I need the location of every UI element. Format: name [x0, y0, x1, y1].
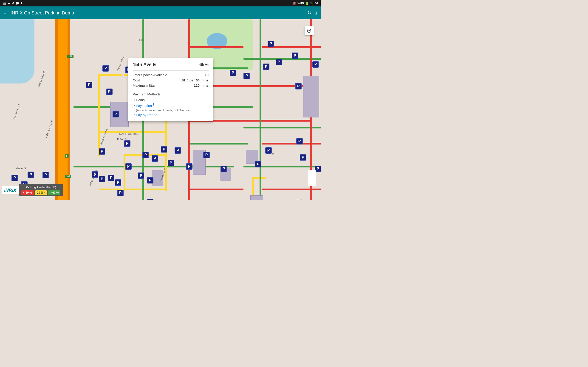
popup-maxstay-row: Maximum Stay 120 mins — [133, 83, 208, 87]
building-5 — [193, 161, 206, 175]
parking-marker-11[interactable]: P — [168, 160, 174, 166]
parking-marker-24[interactable]: P — [203, 152, 210, 158]
parking-marker-6[interactable]: P — [124, 140, 130, 147]
street-label-harvard: Harvard Ave E — [116, 55, 124, 72]
refresh-button[interactable]: ↻ — [307, 10, 311, 16]
parking-marker-8[interactable]: P — [142, 152, 149, 158]
parking-marker-9[interactable]: P — [152, 155, 158, 162]
parking-marker-44[interactable]: P — [230, 70, 236, 76]
gmail-icon: M — [11, 2, 14, 5]
building-8 — [250, 195, 263, 200]
zoom-controls: + − — [308, 170, 316, 186]
inrix-logo: INRIX — [2, 186, 19, 194]
road-yellow-h3 — [99, 131, 165, 133]
popup-maxstay-label: Maximum Stay — [133, 83, 156, 87]
parking-marker-35[interactable]: P — [296, 138, 303, 144]
app-title: INRIX On Street Parking Demo — [10, 10, 307, 16]
popup-cost-label: Cost — [133, 78, 140, 82]
parking-marker-5[interactable]: P — [112, 111, 119, 117]
zoom-out-button[interactable]: − — [308, 178, 316, 186]
wifi-icon: WiFi — [297, 2, 304, 5]
legend-box: Parking Availability (%) < 20 % 20 % - >… — [19, 184, 63, 196]
parking-marker-33[interactable]: P — [292, 52, 298, 59]
street-label-eastlake: Eastlake Ave E — [37, 71, 46, 88]
legend-item-green: > 60 % — [48, 190, 61, 195]
parking-marker-19[interactable]: P — [117, 190, 124, 196]
parking-marker-29[interactable]: P — [263, 64, 269, 70]
parking-marker-25[interactable]: P — [221, 166, 227, 172]
parking-marker-41[interactable]: P — [43, 172, 49, 178]
parking-marker-22[interactable]: P — [147, 177, 153, 184]
legend-item-red: < 20 % — [21, 190, 34, 195]
water-body — [0, 19, 35, 83]
parking-marker-10[interactable]: P — [161, 146, 167, 152]
parking-marker-23[interactable]: P — [147, 199, 153, 200]
parking-marker-26[interactable]: P — [243, 73, 250, 79]
parking-marker-2[interactable]: P — [103, 65, 109, 72]
popup-cost-value: $1.5 per 60 mins — [182, 78, 208, 82]
popup-cost-row: Cost $1.5 per 60 mins — [133, 78, 208, 82]
road-yellow-h1 — [99, 74, 122, 76]
parking-marker-15[interactable]: P — [92, 171, 98, 178]
parking-marker-3[interactable]: P — [106, 89, 112, 95]
legend: INRIX Parking Availability (%) < 20 % 20… — [2, 184, 63, 196]
parking-marker-20[interactable]: P — [125, 163, 132, 170]
popup-payment-phone[interactable]: • Pay by Phone — [133, 113, 208, 117]
road-red-1 — [188, 46, 243, 48]
parking-marker-21[interactable]: P — [138, 173, 144, 179]
parking-marker-40[interactable]: P — [27, 172, 34, 178]
parking-marker-32[interactable]: P — [276, 59, 282, 65]
parking-marker-1[interactable]: P — [86, 82, 92, 88]
popup-street-name: 15th Ave E — [133, 62, 156, 67]
status-bar: 🤖 ▶ M 💬 ⬆ 🔇 WiFi 🔋 14:54 — [0, 0, 321, 6]
parking-marker-12[interactable]: P — [174, 147, 181, 154]
road-green-v2 — [259, 19, 261, 200]
parking-marker-30[interactable]: P — [265, 147, 272, 154]
street-label-s: S — [271, 153, 275, 155]
popup-payment-paystation[interactable]: • Paystation ℹ — [133, 103, 208, 108]
popup-payment-coins: • Coins — [133, 98, 208, 102]
parking-marker-39[interactable]: P — [11, 175, 18, 181]
menu-icon[interactable]: ≡ — [4, 10, 6, 16]
road-green-6 — [243, 127, 321, 128]
popup-spaces-value: 10 — [205, 73, 208, 77]
street-label-tho: E Tho... — [296, 199, 304, 200]
svg-point-5 — [309, 30, 310, 31]
parking-marker-37[interactable]: P — [312, 61, 319, 68]
map-area[interactable]: Eastlake Ave E Fairview Ave N Lakeview B… — [0, 19, 321, 200]
parking-marker-17[interactable]: P — [108, 175, 114, 181]
mute-icon: 🔇 — [292, 2, 296, 5]
location-button[interactable] — [304, 26, 314, 35]
highway-inner — [58, 19, 68, 200]
road-green-7 — [243, 58, 321, 60]
parking-marker-14[interactable]: P — [99, 148, 105, 155]
road-green-4 — [188, 143, 248, 144]
status-right-icons: 🔇 WiFi 🔋 14:54 — [292, 2, 318, 5]
parking-marker-13[interactable]: P — [186, 163, 192, 170]
parking-marker-34[interactable]: P — [295, 83, 302, 90]
toolbar-actions: ↻ ℹ — [307, 10, 317, 16]
route-sign-166: 166 — [65, 175, 71, 178]
parking-marker-16[interactable]: P — [99, 176, 105, 182]
parking-marker-18[interactable]: P — [115, 179, 121, 186]
road-yellow-v1 — [98, 74, 100, 131]
building-7 — [303, 76, 319, 117]
info-button[interactable]: ℹ — [315, 10, 317, 16]
popup-payment-title: Payment Methods: — [133, 92, 208, 96]
popup-spaces-row: Total Spaces Available 10 — [133, 73, 208, 77]
legend-item-yellow: 20 % - — [35, 190, 47, 195]
zoom-in-button[interactable]: + — [308, 170, 316, 178]
legend-title: Parking Availability (%) — [21, 186, 61, 189]
parking-marker-31[interactable]: P — [268, 41, 274, 47]
time-display: 14:54 — [310, 2, 318, 5]
parking-marker-28[interactable]: P — [255, 161, 261, 167]
route-sign-5: 5 — [65, 154, 69, 158]
battery-icon: 🔋 — [305, 2, 309, 5]
upload-icon: ⬆ — [20, 2, 23, 5]
road-yellow-v2b — [165, 131, 167, 156]
road-green-2 — [73, 166, 234, 167]
street-label-mercer: Mercer St — [16, 167, 27, 170]
popup-payment-paystation-sub: (Accepts major credit cards, not Discove… — [133, 108, 208, 112]
paystation-info-icon[interactable]: ℹ — [153, 103, 154, 106]
parking-marker-36[interactable]: P — [300, 154, 306, 161]
